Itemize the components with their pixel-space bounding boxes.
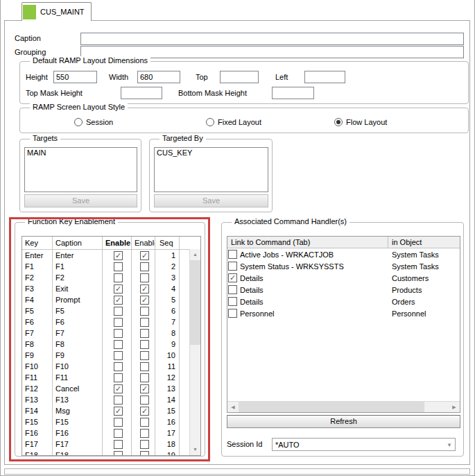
top-input[interactable] [220,71,259,83]
width-input[interactable] [137,71,180,83]
checkbox[interactable] [228,297,237,306]
checkbox[interactable] [140,262,149,271]
checkbox[interactable]: ✓ [140,251,149,260]
table-row[interactable]: F8F89 [22,339,200,350]
table-row[interactable]: F10F1011 [22,361,200,372]
checkbox[interactable] [114,273,123,282]
left-input[interactable] [304,71,345,83]
table-row[interactable]: DetailsOrders [227,296,460,307]
checkbox[interactable] [140,451,149,457]
table-row[interactable]: F13F1314 [22,394,200,405]
table-row[interactable]: F17F1718 [22,439,200,450]
checkbox[interactable] [228,250,237,259]
checkbox[interactable] [140,273,149,282]
radio-flow-layout[interactable]: Flow Layout [334,118,387,126]
table-row[interactable]: F1F12 [22,261,200,272]
checkbox[interactable] [140,396,149,405]
checkbox[interactable] [114,429,123,438]
table-row[interactable]: F14Msg✓✓15 [22,405,200,416]
table-row[interactable]: DetailsProducts [227,284,460,296]
table-row[interactable]: F9F910 [22,350,200,361]
checkbox[interactable] [140,318,149,327]
height-input[interactable] [53,71,97,83]
caption-input[interactable] [80,33,464,45]
column-header[interactable]: Key [22,237,53,249]
table-row[interactable]: F15F1516 [22,416,200,427]
checkbox[interactable] [140,373,149,382]
column-header[interactable]: Enable I [103,237,132,249]
table-row[interactable]: F5F56 [22,305,200,316]
top-mask-height-input[interactable] [121,87,162,99]
checkbox[interactable]: ✓ [114,251,123,260]
table-row[interactable]: ✓DetailsCustomers [227,272,460,284]
checkbox[interactable] [114,396,123,405]
bottom-splitter-bar[interactable] [4,468,470,475]
refresh-button[interactable]: Refresh [227,415,460,428]
radio-fixed-layout[interactable]: Fixed Layout [206,118,261,126]
checkbox[interactable] [140,429,149,438]
list-item[interactable]: CUS_KEY [155,148,268,158]
checkbox[interactable]: ✓ [140,296,149,305]
table-row[interactable]: F11F1112 [22,372,200,383]
scrollbar-thumb[interactable] [190,260,200,345]
checkbox[interactable] [114,351,123,360]
scroll-down-icon[interactable]: ▼ [190,444,200,455]
radio-session[interactable]: Session [74,118,113,126]
checkbox[interactable] [114,329,123,338]
session-id-dropdown[interactable]: *AUTO ▾ [272,438,456,451]
checkbox[interactable] [114,262,123,271]
scroll-left-icon[interactable]: ◀ [227,402,239,412]
tab-cus-maint[interactable]: CUS_MAINT [21,2,92,21]
table-row[interactable]: F7F78 [22,328,200,339]
checkbox[interactable] [114,318,123,327]
checkbox[interactable] [114,440,123,449]
checkbox[interactable] [114,362,123,371]
table-row[interactable]: F16F1617 [22,427,200,439]
table-row[interactable]: EnterEnter✓✓1 [22,250,200,261]
bottom-mask-height-input[interactable] [272,87,314,99]
table-row[interactable]: F6F67 [22,316,200,328]
scrollbar-thumb[interactable] [239,402,424,412]
table-row[interactable]: F2F23 [22,272,200,283]
table-row[interactable]: PersonnelPersonnel [227,307,460,319]
vertical-scrollbar[interactable]: ▲ ▼ [189,249,200,455]
checkbox[interactable] [114,373,123,382]
checkbox[interactable]: ✓ [114,284,123,294]
checkbox[interactable] [228,262,237,271]
checkbox[interactable] [140,307,149,316]
checkbox[interactable]: ✓ [140,284,149,294]
checkbox[interactable] [140,362,149,371]
checkbox[interactable]: ✓ [140,384,149,393]
targets-save-button[interactable]: Save [24,194,137,207]
checkbox[interactable] [140,329,149,338]
checkbox[interactable]: ✓ [140,407,149,416]
table-row[interactable]: F4Prompt✓✓5 [22,294,200,305]
table-row[interactable]: F3Exit✓✓4 [22,283,200,294]
targets-listbox[interactable]: MAIN [24,147,137,192]
checkbox[interactable] [140,418,149,427]
checkbox[interactable] [114,418,123,427]
checkbox[interactable] [140,340,149,349]
checkbox[interactable]: ✓ [114,296,123,305]
table-row[interactable]: F18F1819 [22,450,200,456]
checkbox[interactable] [114,307,123,316]
list-item[interactable]: MAIN [25,148,137,158]
column-header[interactable]: Seq [155,237,180,249]
column-header[interactable]: Caption [53,237,103,249]
checkbox[interactable] [140,351,149,360]
horizontal-scrollbar[interactable]: ◀ ▶ [227,401,460,412]
checkbox[interactable]: ✓ [114,407,123,416]
table-row[interactable]: Active Jobs - WRKACTJOBSystem Tasks [227,248,460,260]
checkbox[interactable]: ✓ [228,273,237,282]
table-row[interactable]: F12Cancel✓✓13 [22,383,200,394]
targeted-by-listbox[interactable]: CUS_KEY [154,147,268,192]
scroll-up-icon[interactable]: ▲ [190,249,200,260]
checkbox[interactable]: ✓ [114,384,123,393]
checkbox[interactable] [228,309,237,318]
table-row[interactable]: System Status - WRKSYSSTSSystem Tasks [227,260,460,272]
scroll-right-icon[interactable]: ▶ [449,402,460,412]
checkbox[interactable] [228,285,237,294]
checkbox[interactable] [114,340,123,349]
column-header[interactable]: Enable [132,237,155,249]
checkbox[interactable] [114,451,123,457]
